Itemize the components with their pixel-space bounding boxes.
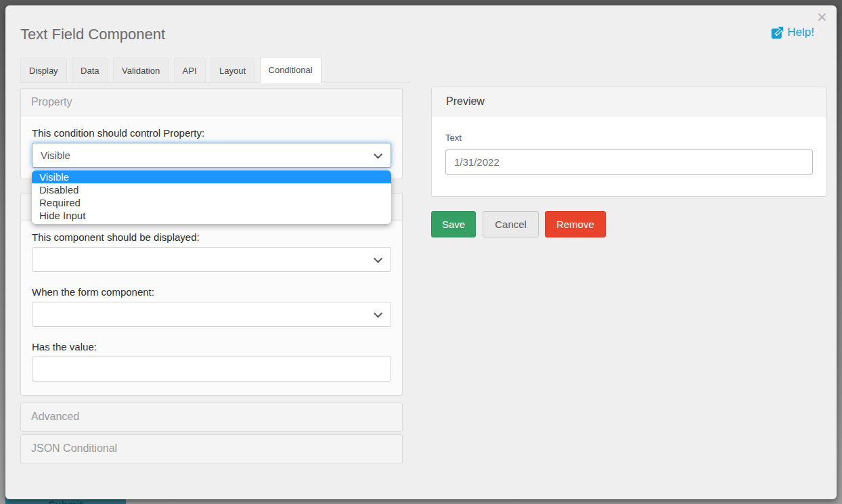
dropdown-option-disabled[interactable]: Disabled bbox=[32, 183, 391, 196]
help-link[interactable]: Help! bbox=[771, 26, 814, 39]
property-panel: Property This condition should control P… bbox=[20, 88, 403, 179]
remove-button[interactable]: Remove bbox=[545, 211, 606, 237]
property-panel-header[interactable]: Property bbox=[21, 89, 402, 116]
tab-api[interactable]: API bbox=[174, 58, 206, 83]
chevron-down-icon bbox=[374, 150, 382, 159]
has-value-label: Has the value: bbox=[32, 341, 391, 352]
displayed-when-label: This component should be displayed: bbox=[32, 231, 391, 243]
form-component-label: When the form component: bbox=[32, 286, 391, 298]
preview-column: Preview Text Save Cancel Remove bbox=[431, 87, 827, 237]
simple-panel-body: This component should be displayed: When… bbox=[21, 221, 402, 395]
cancel-button[interactable]: Cancel bbox=[483, 211, 539, 237]
has-value-input[interactable] bbox=[32, 357, 391, 382]
json-conditional-panel-header[interactable]: JSON Conditional bbox=[21, 435, 402, 463]
condition-property-label: This condition should control Property: bbox=[32, 127, 391, 139]
close-icon[interactable]: × bbox=[817, 8, 827, 26]
tab-display[interactable]: Display bbox=[20, 58, 67, 83]
displayed-when-select[interactable] bbox=[32, 247, 391, 272]
condition-property-select-value: Visible bbox=[41, 150, 70, 161]
preview-panel: Preview Text bbox=[431, 87, 827, 197]
chevron-down-icon bbox=[374, 309, 382, 318]
preview-text-input[interactable] bbox=[445, 150, 813, 175]
tab-layout[interactable]: Layout bbox=[210, 58, 254, 83]
dropdown-option-hide-input[interactable]: Hide Input bbox=[32, 209, 391, 222]
json-conditional-panel: JSON Conditional bbox=[20, 434, 403, 463]
conditional-settings-column: Property This condition should control P… bbox=[20, 88, 403, 463]
advanced-panel: Advanced bbox=[20, 403, 403, 432]
chevron-down-icon bbox=[374, 254, 382, 263]
tab-validation[interactable]: Validation bbox=[113, 58, 169, 83]
property-panel-body: This condition should control Property: … bbox=[21, 116, 402, 179]
advanced-panel-header[interactable]: Advanced bbox=[21, 403, 402, 431]
help-link-label: Help! bbox=[787, 26, 814, 39]
tab-conditional[interactable]: Conditional bbox=[260, 57, 322, 83]
component-settings-dialog: Text Field Component × Help! Display Dat… bbox=[5, 5, 837, 499]
preview-panel-body: Text bbox=[432, 116, 826, 196]
condition-property-select[interactable]: Visible bbox=[32, 143, 391, 168]
save-button[interactable]: Save bbox=[431, 211, 476, 237]
property-select-dropdown: Visible Disabled Required Hide Input bbox=[32, 170, 391, 224]
preview-field-label: Text bbox=[445, 133, 813, 143]
dropdown-option-required[interactable]: Required bbox=[32, 196, 391, 209]
dialog-title: Text Field Component bbox=[20, 26, 165, 43]
preview-panel-header: Preview bbox=[432, 87, 826, 116]
form-component-select[interactable] bbox=[32, 302, 391, 327]
dropdown-option-visible[interactable]: Visible bbox=[32, 170, 391, 183]
settings-tab-bar: Display Data Validation API Layout Condi… bbox=[20, 57, 411, 83]
external-link-icon bbox=[771, 26, 784, 39]
dialog-actions: Save Cancel Remove bbox=[431, 211, 827, 237]
tab-data[interactable]: Data bbox=[72, 58, 108, 83]
